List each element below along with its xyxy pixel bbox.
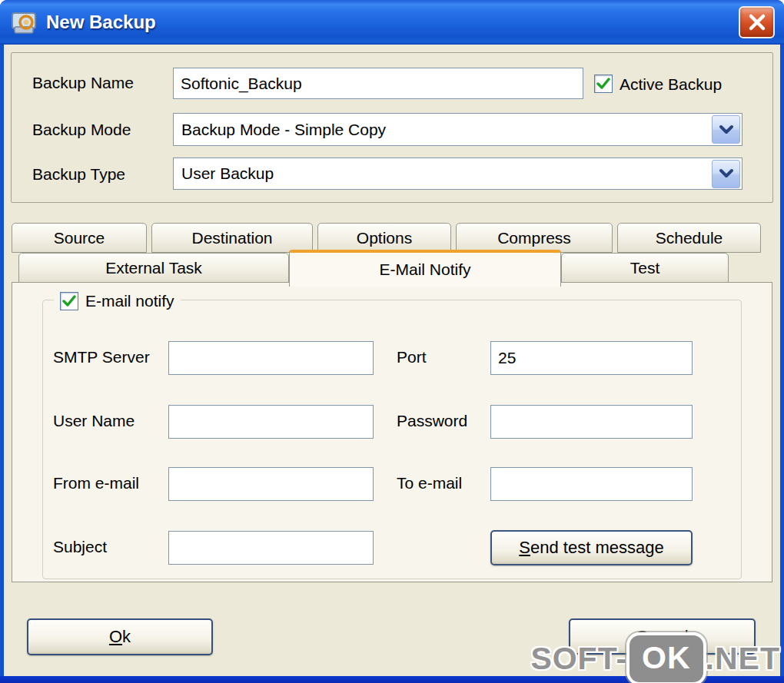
smtp-server-input[interactable] — [168, 341, 374, 375]
chevron-down-icon[interactable] — [712, 160, 740, 188]
active-backup-label: Active Backup — [620, 75, 722, 94]
title-bar[interactable]: New Backup — [0, 0, 784, 45]
backup-mode-value: Backup Mode - Simple Copy — [174, 121, 712, 139]
backup-name-label: Backup Name — [32, 74, 134, 92]
email-notify-group: E-mail notify SMTP Server Port User Name… — [42, 300, 742, 579]
tab-source[interactable]: Source — [12, 223, 147, 253]
tab-options[interactable]: Options — [317, 223, 451, 253]
window-title: New Backup — [46, 12, 156, 33]
watermark-badge: OK — [630, 635, 703, 682]
password-label: Password — [397, 412, 467, 430]
backup-type-select[interactable]: User Backup — [173, 157, 742, 190]
dialog-body: Backup Name Active Backup Backup Mode Ba… — [4, 45, 780, 676]
subject-label: Subject — [53, 538, 107, 556]
backup-name-input[interactable] — [173, 68, 583, 99]
watermark-prefix: SOFT- — [530, 641, 627, 677]
check-icon — [596, 78, 610, 90]
tab-test[interactable]: Test — [561, 253, 729, 283]
send-test-message-label: Send test message — [519, 538, 663, 558]
user-name-label: User Name — [53, 412, 135, 430]
backup-type-label: Backup Type — [32, 165, 125, 184]
smtp-server-label: SMTP Server — [53, 348, 150, 366]
port-input[interactable] — [490, 341, 693, 375]
check-icon — [62, 295, 76, 307]
soft-ok-net-watermark: SOFT- OK .NET — [530, 635, 780, 682]
to-email-input[interactable] — [490, 467, 693, 501]
from-email-input[interactable] — [168, 467, 374, 501]
chevron-down-icon[interactable] — [712, 115, 740, 144]
tab-destination[interactable]: Destination — [151, 223, 313, 253]
close-icon[interactable] — [739, 6, 775, 38]
backup-mode-select[interactable]: Backup Mode - Simple Copy — [173, 113, 742, 146]
subject-input[interactable] — [168, 531, 374, 565]
from-email-label: From e-mail — [53, 474, 139, 492]
tab-external-task[interactable]: External Task — [18, 253, 289, 283]
tab-email-notify[interactable]: E-Mail Notify — [289, 250, 561, 287]
backup-disk-icon — [11, 10, 38, 35]
port-label: Port — [397, 348, 427, 366]
user-name-input[interactable] — [168, 405, 374, 439]
password-input[interactable] — [490, 405, 693, 439]
new-backup-dialog: New Backup Backup Name Active Backup Bac… — [0, 0, 784, 683]
tab-compress[interactable]: Compress — [456, 223, 613, 253]
send-test-message-button[interactable]: Send test message — [490, 530, 693, 565]
ok-button-label: Ok — [109, 627, 131, 647]
email-notify-label: E-mail notify — [85, 292, 174, 310]
backup-mode-label: Backup Mode — [32, 121, 131, 139]
tab-schedule[interactable]: Schedule — [617, 223, 761, 253]
active-backup-checkbox[interactable] — [594, 75, 613, 93]
ok-button[interactable]: Ok — [27, 618, 213, 655]
to-email-label: To e-mail — [397, 474, 462, 492]
backup-type-value: User Backup — [174, 164, 712, 183]
watermark-suffix: .NET — [706, 641, 780, 677]
email-notify-legend: E-mail notify — [54, 290, 181, 313]
email-notify-checkbox[interactable] — [60, 292, 78, 310]
